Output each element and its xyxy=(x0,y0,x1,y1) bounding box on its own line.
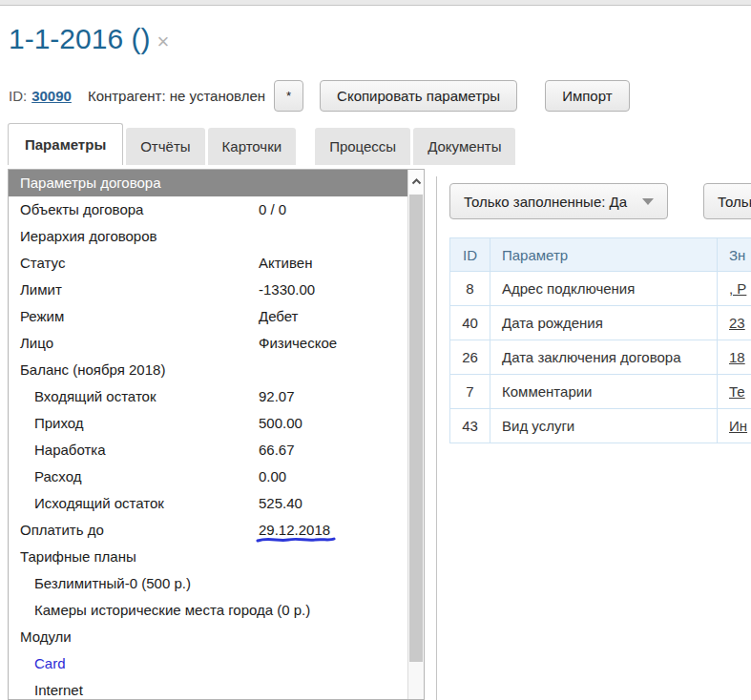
param-value: Дебет xyxy=(259,303,298,330)
close-icon[interactable]: × xyxy=(156,31,169,52)
parameter-row[interactable]: Иерархия договоров xyxy=(9,223,407,250)
param-value: 525.40 xyxy=(259,490,302,517)
param-label: Иерархия договоров xyxy=(9,223,157,250)
cell-value[interactable]: Те xyxy=(718,375,751,409)
contractor-star-button[interactable]: * xyxy=(274,80,303,112)
column-header-value: Зн xyxy=(718,238,751,272)
parameter-row[interactable]: Статус Активен xyxy=(9,250,407,277)
scrollbar[interactable] xyxy=(407,170,424,699)
tabs-row: Параметры Отчёты Карточки Процессы Докум… xyxy=(8,122,518,165)
parameter-row[interactable]: Card xyxy=(9,650,407,677)
param-label: Лицо xyxy=(9,330,53,357)
second-filter-label: Только xyxy=(718,194,751,210)
parameter-row[interactable]: Лицо Физическое xyxy=(9,330,407,357)
param-label: Модули xyxy=(9,624,72,650)
param-label: Камеры исторические места города (0 р.) xyxy=(9,597,310,624)
cell-value[interactable]: 23 xyxy=(718,306,751,340)
contract-params-list: Объекты договора 0 / 0 Иерархия договоро… xyxy=(9,196,407,699)
parameter-row[interactable]: Безлимитный-0 (500 р.) xyxy=(9,570,407,597)
param-value: 92.07 xyxy=(259,383,295,410)
scrollbar-thumb[interactable] xyxy=(409,195,423,662)
chevron-up-icon xyxy=(411,178,422,185)
cell-value[interactable]: 18 xyxy=(718,340,751,375)
cell-id: 7 xyxy=(450,375,490,409)
param-label: Режим xyxy=(9,303,64,330)
toolbar: ID: 30090 Контрагент: не установлен * Ск… xyxy=(9,80,630,112)
parameter-row[interactable]: Лимит -1330.00 xyxy=(9,277,407,303)
parameter-row[interactable]: Оплатить до 29.12.2018 xyxy=(9,517,407,544)
tab-parameters[interactable]: Параметры xyxy=(8,123,123,165)
parameter-row[interactable]: Исходящий остаток 525.40 xyxy=(9,490,407,517)
second-filter-dropdown[interactable]: Только xyxy=(703,183,751,219)
contract-id-link[interactable]: 30090 xyxy=(31,88,72,104)
param-value: 500.00 xyxy=(259,410,302,437)
parameter-row[interactable]: Баланс (ноября 2018) xyxy=(9,357,407,383)
tab-label: Параметры xyxy=(25,136,106,153)
parameter-row[interactable]: Тарифные планы xyxy=(9,544,407,570)
tab-processes[interactable]: Процессы xyxy=(315,128,410,165)
parameter-row[interactable]: Модули xyxy=(9,624,407,650)
parameter-row[interactable]: Режим Дебет xyxy=(9,303,407,330)
cell-id: 26 xyxy=(450,340,490,375)
parameter-row[interactable]: Расход 0.00 xyxy=(9,463,407,490)
parameter-row[interactable]: Приход 500.00 xyxy=(9,410,407,437)
tab-label: Документы xyxy=(428,138,501,154)
tab-reports[interactable]: Отчёты xyxy=(126,128,204,165)
cell-param: Вид услуги xyxy=(490,409,718,443)
table-row[interactable]: 43 Вид услуги Ин xyxy=(450,409,751,443)
filled-only-dropdown[interactable]: Только заполненные: Да xyxy=(449,183,668,219)
param-label: Исходящий остаток xyxy=(9,490,164,517)
cell-value[interactable]: Ин xyxy=(718,409,751,443)
tab-documents[interactable]: Документы xyxy=(413,128,515,165)
page-title: 1-1-2016 () xyxy=(9,23,150,55)
scrollbar-up-button[interactable] xyxy=(408,170,424,194)
param-value: 29.12.2018 xyxy=(259,517,330,544)
param-label: Приход xyxy=(9,410,84,437)
parameter-row[interactable]: Камеры исторические места города (0 р.) xyxy=(9,597,407,624)
filled-only-dropdown-label: Только заполненные: Да xyxy=(464,194,627,210)
import-button[interactable]: Импорт xyxy=(545,80,629,112)
table-row[interactable]: 26 Дата заключения договора 18 xyxy=(450,340,751,375)
cell-value[interactable]: , Р xyxy=(718,272,751,306)
contract-params-header[interactable]: Параметры договора xyxy=(9,170,407,196)
parameter-row[interactable]: Объекты договора 0 / 0 xyxy=(9,196,407,223)
param-value: Физическое xyxy=(259,330,337,357)
column-header-id: ID xyxy=(450,238,490,272)
tab-label: Отчёты xyxy=(140,138,190,154)
param-value: 0.00 xyxy=(259,463,286,490)
param-label: Расход xyxy=(9,463,81,490)
cell-param: Комментарии xyxy=(490,375,718,409)
contract-params-content: Параметры договора Объекты договора 0 / … xyxy=(9,170,407,699)
param-value: 66.67 xyxy=(259,437,295,463)
copy-params-button[interactable]: Скопировать параметры xyxy=(320,80,517,112)
tab-label: Карточки xyxy=(222,138,282,154)
parameter-row[interactable]: Наработка 66.67 xyxy=(9,437,407,463)
param-label: Безлимитный-0 (500 р.) xyxy=(9,570,191,597)
param-label[interactable]: Card xyxy=(9,650,66,677)
param-label: Статус xyxy=(9,250,65,277)
param-label: Входящий остаток xyxy=(9,383,156,410)
column-header-param: Параметр xyxy=(490,238,718,272)
parameter-row[interactable]: Входящий остаток 92.07 xyxy=(9,383,407,410)
table-row[interactable]: 40 Дата рождения 23 xyxy=(450,306,751,340)
table-row[interactable]: 7 Комментарии Те xyxy=(450,375,751,409)
param-label: Наработка xyxy=(9,437,106,463)
filters-row: Только заполненные: Да Только xyxy=(449,183,751,219)
cell-param: Адрес подключения xyxy=(490,272,718,306)
params-table-body: 8 Адрес подключения , Р 40 Дата рождения… xyxy=(450,272,751,443)
table-row[interactable]: 8 Адрес подключения , Р xyxy=(450,272,751,306)
title-row: 1-1-2016 () × xyxy=(9,23,169,55)
cell-id: 43 xyxy=(450,409,490,443)
id-label: ID: xyxy=(9,88,27,104)
param-label: Объекты договора xyxy=(9,196,143,223)
param-label: Internet xyxy=(9,677,83,699)
contract-params-panel: Параметры договора Объекты договора 0 / … xyxy=(8,169,425,700)
parameter-row[interactable]: Internet xyxy=(9,677,407,699)
cell-id: 8 xyxy=(450,272,490,306)
tab-cards[interactable]: Карточки xyxy=(208,128,297,165)
annotation-underline xyxy=(256,535,336,544)
cell-id: 40 xyxy=(450,306,490,340)
param-value: -1330.00 xyxy=(259,277,315,303)
table-header-row: ID Параметр Зн xyxy=(450,238,751,272)
params-table: ID Параметр Зн 8 Адрес подключения , Р 4… xyxy=(449,237,751,443)
